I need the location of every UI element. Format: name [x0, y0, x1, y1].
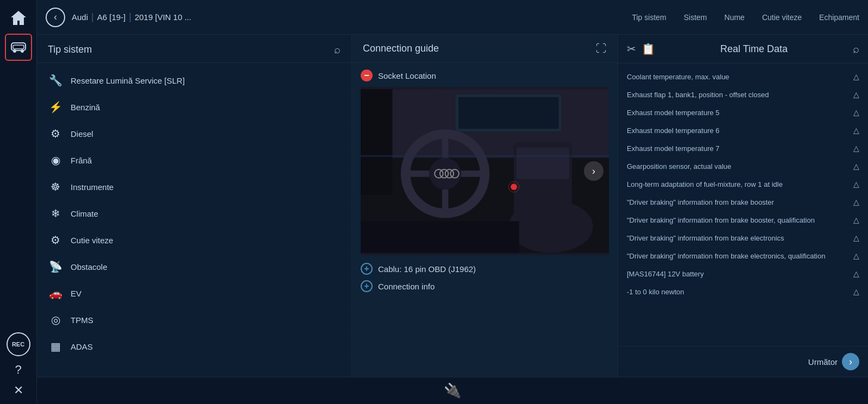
right-panel-title: Real Time Data — [661, 43, 847, 55]
menu-item-label: Diesel — [71, 129, 93, 138]
data-row[interactable]: Coolant temperature, max. value △ — [618, 68, 868, 86]
data-row[interactable]: Exhaust model temperature 7 △ — [618, 140, 868, 157]
menu-item-icon: 🔧 — [48, 73, 63, 88]
menu-list: 🔧 Resetare Lumină Service [SLR] ⚡ Benzin… — [37, 67, 351, 368]
main-content: ‹ Audi | A6 [19-] | 2019 [VIN 10 ... Tip… — [37, 0, 868, 404]
center-panel-header: Connection guide ⛶ — [352, 35, 618, 63]
urmator-button[interactable]: Următor › — [808, 353, 859, 370]
menu-item[interactable]: ⚡ Benzină — [37, 94, 351, 121]
svg-rect-19 — [517, 147, 569, 179]
svg-point-3 — [21, 49, 24, 53]
list-icon[interactable]: 📋 — [641, 42, 655, 55]
right-search-button[interactable]: ⌕ — [853, 43, 859, 55]
tools-icon[interactable]: ✂ — [627, 42, 636, 55]
menu-item-icon: ◎ — [48, 312, 63, 327]
image-next-arrow[interactable]: › — [584, 161, 603, 181]
breadcrumb-sep-2: | — [129, 11, 131, 23]
connection-info-row: + Connection info — [361, 280, 609, 292]
urmator-label: Următor — [808, 357, 838, 367]
menu-item-icon: 🚗 — [48, 286, 63, 301]
help-button[interactable]: ? — [15, 363, 21, 377]
data-row[interactable]: Exhaust model temperature 5 △ — [618, 104, 868, 122]
alert-icon: △ — [853, 180, 859, 188]
car-image-container: › — [361, 87, 609, 255]
bottom-bar: 🔌 — [37, 377, 868, 404]
data-label: "Driver braking" information from brake … — [627, 252, 849, 260]
socket-location-label: Socket Location — [378, 71, 436, 80]
data-label: Exhaust model temperature 6 — [627, 127, 849, 135]
topbar: ‹ Audi | A6 [19-] | 2019 [VIN 10 ... Tip… — [37, 0, 868, 35]
alert-icon: △ — [853, 251, 859, 260]
data-label: Long-term adaptation of fuel-mixture, ro… — [627, 180, 849, 188]
breadcrumb-brand: Audi — [72, 12, 88, 22]
menu-item-icon: ▦ — [48, 365, 63, 368]
left-panel-header: Tip sistem ⌕ — [37, 43, 351, 63]
socket-collapse-icon[interactable]: − — [361, 70, 373, 81]
data-row[interactable]: "Driver braking" information from brake … — [618, 247, 868, 265]
breadcrumb-year: 2019 [VIN 10 ... — [135, 12, 191, 22]
panels: Tip sistem ⌕ 🔧 Resetare Lumină Service [… — [37, 35, 868, 377]
data-row[interactable]: "Driver braking" information from brake … — [618, 229, 868, 247]
menu-item[interactable]: ▦ Multifuncție — [37, 360, 351, 368]
menu-item[interactable]: ☸ Instrumente — [37, 174, 351, 200]
tab-cutie-viteze[interactable]: Cutie viteze — [762, 11, 802, 24]
svg-rect-7 — [458, 97, 559, 129]
tab-echipament[interactable]: Echipament — [819, 11, 859, 24]
menu-item-label: ADAS — [71, 342, 93, 351]
menu-item-label: Climate — [71, 209, 98, 218]
sidebar-home[interactable] — [5, 4, 32, 31]
data-row[interactable]: "Driver braking" information from brake … — [618, 193, 868, 211]
menu-item-label: Frână — [71, 156, 92, 165]
tab-tip-sistem[interactable]: Tip sistem — [632, 11, 666, 24]
center-panel-title: Connection guide — [363, 43, 439, 54]
right-panel: ✂ 📋 Real Time Data ⌕ Coolant temperature… — [618, 35, 868, 377]
right-panel-footer: Următor › — [618, 346, 868, 377]
menu-item[interactable]: ◉ Frână — [37, 147, 351, 174]
close-button[interactable]: ✕ — [14, 383, 23, 397]
data-label: [MAS16744] 12V battery — [627, 270, 849, 278]
menu-item[interactable]: 🔧 Resetare Lumină Service [SLR] — [37, 67, 351, 94]
menu-item[interactable]: ◎ TPMS — [37, 307, 351, 333]
menu-item-label: Cutie viteze — [71, 236, 113, 245]
menu-item[interactable]: ⚙ Diesel — [37, 121, 351, 147]
data-label: "Driver braking" information from brake … — [627, 234, 849, 242]
back-button[interactable]: ‹ — [46, 8, 65, 27]
nav-tabs: Tip sistem Sistem Nume Cutie viteze Echi… — [632, 11, 859, 24]
menu-item[interactable]: 🚗 EV — [37, 280, 351, 307]
menu-item-label: TPMS — [71, 315, 93, 325]
menu-item[interactable]: 📡 Obstacole — [37, 254, 351, 280]
sidebar: REC ? ✕ — [0, 0, 37, 404]
menu-item[interactable]: ▦ ADAS — [37, 333, 351, 360]
data-row[interactable]: Exhaust model temperature 6 △ — [618, 122, 868, 140]
rec-button[interactable]: REC — [7, 332, 30, 356]
menu-item-icon: ▦ — [48, 339, 63, 354]
expand-button[interactable]: ⛶ — [596, 42, 607, 55]
sidebar-car[interactable] — [5, 34, 32, 61]
left-panel: Tip sistem ⌕ 🔧 Resetare Lumină Service [… — [37, 35, 352, 377]
data-label: "Driver braking" information from brake … — [627, 198, 849, 206]
data-row[interactable]: "Driver braking" information from brake … — [618, 211, 868, 229]
alert-icon: △ — [853, 126, 859, 135]
data-row[interactable]: [MAS16744] 12V battery △ — [618, 265, 868, 283]
alert-icon: △ — [853, 198, 859, 206]
menu-item[interactable]: ⚙ Cutie viteze — [37, 227, 351, 254]
data-row[interactable]: Exhaust flap 1, bank1, position - offset… — [618, 86, 868, 104]
menu-item[interactable]: ❄ Climate — [37, 200, 351, 227]
menu-item-icon: ❄ — [48, 206, 63, 221]
breadcrumb-sep-1: | — [91, 11, 94, 23]
cable-expand-icon[interactable]: + — [361, 263, 373, 275]
alert-icon: △ — [853, 162, 859, 171]
menu-item-label: Obstacole — [71, 262, 108, 272]
tab-sistem[interactable]: Sistem — [684, 11, 707, 24]
data-row[interactable]: Gearposition sensor, actual value △ — [618, 157, 868, 175]
menu-item-label: EV — [71, 289, 81, 298]
tab-nume[interactable]: Nume — [725, 11, 745, 24]
connection-info-expand-icon[interactable]: + — [361, 280, 373, 292]
left-search-button[interactable]: ⌕ — [334, 43, 341, 56]
data-row[interactable]: Long-term adaptation of fuel-mixture, ro… — [618, 175, 868, 193]
data-label: Coolant temperature, max. value — [627, 73, 849, 81]
svg-rect-1 — [13, 45, 24, 49]
obd-bottom-icon: 🔌 — [444, 382, 461, 399]
data-label: -1 to 0 kilo newton — [627, 288, 849, 296]
data-row[interactable]: -1 to 0 kilo newton △ — [618, 283, 868, 301]
